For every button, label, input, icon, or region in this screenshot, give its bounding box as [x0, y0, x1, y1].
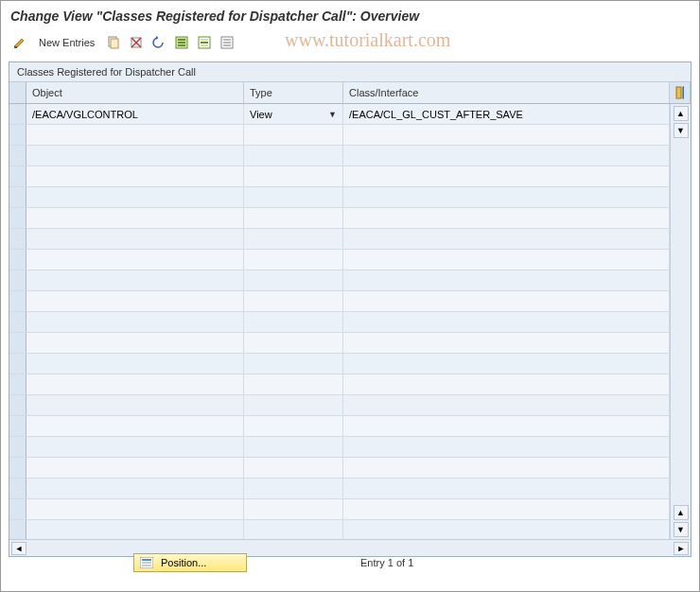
row-selector[interactable] — [9, 187, 26, 207]
cell-type[interactable] — [244, 312, 343, 332]
row-selector[interactable] — [9, 146, 26, 165]
cell-type[interactable] — [244, 250, 343, 270]
cell-object[interactable] — [26, 125, 244, 145]
cell-type[interactable] — [244, 146, 343, 165]
cell-type[interactable] — [244, 520, 343, 539]
cell-type[interactable] — [244, 374, 343, 394]
table-row[interactable] — [9, 187, 670, 208]
table-row[interactable] — [9, 333, 670, 354]
column-type[interactable]: Type — [244, 82, 343, 103]
table-row[interactable] — [9, 374, 670, 395]
scroll-down-icon[interactable]: ▼ — [674, 522, 689, 537]
row-selector[interactable] — [9, 208, 26, 228]
row-selector[interactable] — [9, 458, 26, 478]
cell-object[interactable] — [26, 354, 244, 374]
row-selector[interactable] — [9, 333, 26, 353]
row-selector[interactable] — [9, 270, 26, 290]
configure-columns-icon[interactable] — [670, 82, 691, 103]
dropdown-caret-icon[interactable]: ▼ — [328, 110, 337, 119]
cell-object[interactable]: /EACA/VGLCONTROL — [26, 104, 244, 124]
table-row[interactable] — [9, 291, 670, 312]
delete-icon[interactable] — [127, 33, 146, 52]
cell-type[interactable] — [244, 270, 343, 290]
table-row[interactable] — [9, 166, 670, 187]
cell-object[interactable] — [26, 291, 244, 311]
row-selector[interactable] — [9, 312, 26, 332]
cell-class-interface[interactable] — [343, 270, 670, 290]
toggle-edit-icon[interactable] — [10, 33, 29, 52]
cell-type[interactable] — [244, 166, 343, 186]
cell-object[interactable] — [26, 333, 244, 353]
cell-type[interactable] — [244, 395, 343, 415]
cell-type[interactable] — [244, 291, 343, 311]
row-selector[interactable] — [9, 437, 26, 457]
table-row[interactable] — [9, 458, 670, 479]
position-button[interactable]: Position... — [133, 553, 247, 572]
cell-class-interface[interactable] — [343, 479, 670, 498]
cell-class-interface[interactable] — [343, 166, 670, 186]
row-selector[interactable] — [9, 416, 26, 436]
cell-type[interactable] — [244, 187, 343, 207]
cell-class-interface[interactable] — [343, 333, 670, 353]
cell-type[interactable] — [244, 479, 343, 498]
cell-object[interactable] — [26, 146, 244, 165]
scroll-up-icon[interactable]: ▲ — [674, 106, 689, 121]
row-selector[interactable] — [9, 250, 26, 270]
copy-icon[interactable] — [104, 33, 123, 52]
row-selector[interactable] — [9, 104, 26, 124]
cell-type[interactable] — [244, 499, 343, 519]
cell-class-interface[interactable] — [343, 187, 670, 207]
cell-type[interactable] — [244, 229, 343, 249]
cell-class-interface[interactable] — [343, 250, 670, 270]
table-row[interactable] — [9, 416, 670, 437]
cell-object[interactable] — [26, 374, 244, 394]
cell-object[interactable] — [26, 437, 244, 457]
row-selector[interactable] — [9, 520, 26, 539]
table-row[interactable] — [9, 146, 670, 166]
cell-type[interactable] — [244, 437, 343, 457]
row-selector[interactable] — [9, 374, 26, 394]
undo-icon[interactable] — [149, 33, 168, 52]
table-row[interactable] — [9, 354, 670, 374]
row-selector[interactable] — [9, 229, 26, 249]
row-selector[interactable] — [9, 354, 26, 374]
scroll-down2-icon[interactable]: ▲ — [674, 505, 689, 520]
cell-object[interactable] — [26, 499, 244, 519]
cell-class-interface[interactable] — [343, 312, 670, 332]
cell-object[interactable] — [26, 479, 244, 498]
column-object[interactable]: Object — [26, 82, 244, 103]
table-row[interactable] — [9, 479, 670, 499]
cell-type[interactable]: View▼ — [244, 104, 343, 124]
table-row[interactable] — [9, 250, 670, 270]
deselect-all-icon[interactable] — [218, 33, 236, 52]
cell-type[interactable] — [244, 333, 343, 353]
cell-object[interactable] — [26, 520, 244, 539]
table-row[interactable] — [9, 125, 670, 146]
vertical-scrollbar[interactable]: ▲ ▼ ▲ ▼ — [670, 104, 691, 539]
new-entries-button[interactable]: New Entries — [33, 35, 100, 50]
cell-type[interactable] — [244, 416, 343, 436]
cell-class-interface[interactable] — [343, 416, 670, 436]
cell-object[interactable] — [26, 395, 244, 415]
cell-class-interface[interactable] — [343, 437, 670, 457]
cell-class-interface[interactable] — [343, 395, 670, 415]
cell-class-interface[interactable] — [343, 291, 670, 311]
cell-object[interactable] — [26, 250, 244, 270]
cell-class-interface[interactable] — [343, 499, 670, 519]
column-class-interface[interactable]: Class/Interface — [343, 82, 670, 103]
cell-class-interface[interactable] — [343, 354, 670, 374]
row-selector[interactable] — [9, 291, 26, 311]
table-row[interactable] — [9, 520, 670, 539]
cell-class-interface[interactable] — [343, 458, 670, 478]
cell-object[interactable] — [26, 208, 244, 228]
cell-object[interactable] — [26, 312, 244, 332]
cell-class-interface[interactable] — [343, 125, 670, 145]
table-row[interactable] — [9, 208, 670, 229]
cell-type[interactable] — [244, 208, 343, 228]
row-selector[interactable] — [9, 479, 26, 498]
scroll-up2-icon[interactable]: ▼ — [674, 123, 689, 138]
select-all-icon[interactable] — [172, 33, 191, 52]
cell-class-interface[interactable] — [343, 229, 670, 249]
select-block-icon[interactable] — [195, 33, 214, 52]
cell-type[interactable] — [244, 125, 343, 145]
